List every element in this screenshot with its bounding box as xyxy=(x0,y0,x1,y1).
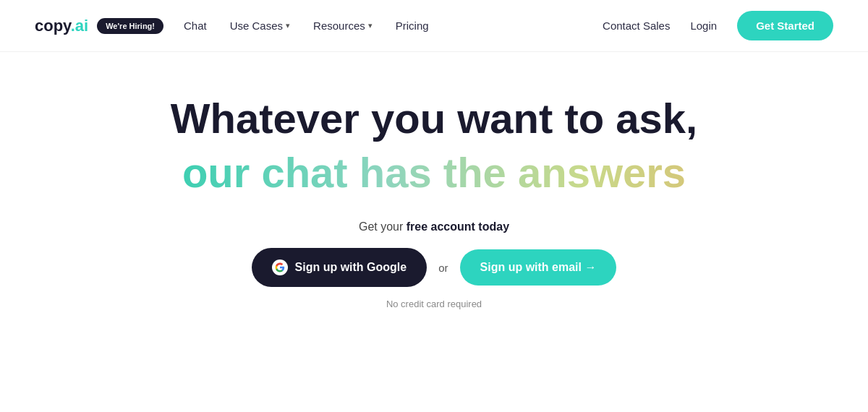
no-credit-card-text: No credit card required xyxy=(386,299,482,309)
nav-link-chat[interactable]: Chat xyxy=(184,20,207,32)
or-separator: or xyxy=(438,262,448,274)
sign-up-google-button[interactable]: Sign up with Google xyxy=(252,248,427,287)
chevron-down-icon: ▾ xyxy=(286,21,290,30)
nav-right: Contact Sales Login Get Started xyxy=(603,11,833,40)
free-account-bold: free account today xyxy=(407,220,509,233)
logo[interactable]: copy.ai xyxy=(35,17,88,35)
free-account-text: Get your free account today xyxy=(359,220,509,233)
cta-row: Sign up with Google or Sign up with emai… xyxy=(252,248,617,287)
nav-link-resources[interactable]: Resources ▾ xyxy=(313,20,373,32)
get-started-button[interactable]: Get Started xyxy=(737,11,833,40)
google-icon xyxy=(272,259,288,275)
google-btn-label: Sign up with Google xyxy=(295,261,407,274)
email-btn-label: Sign up with email → xyxy=(480,261,597,274)
nav-links: Chat Use Cases ▾ Resources ▾ Pricing xyxy=(184,20,603,32)
hero-section: Whatever you want to ask, our chat has t… xyxy=(0,52,868,338)
nav-link-use-cases[interactable]: Use Cases ▾ xyxy=(230,20,290,32)
hiring-badge[interactable]: We're Hiring! xyxy=(97,18,163,34)
navbar: copy.ai We're Hiring! Chat Use Cases ▾ R… xyxy=(0,0,868,52)
hero-subheadline: our chat has the answers xyxy=(182,147,686,198)
hero-headline: Whatever you want to ask, xyxy=(171,95,697,142)
hero-subheadline-text: our chat has the answers xyxy=(182,149,686,196)
nav-link-pricing[interactable]: Pricing xyxy=(396,20,429,32)
chevron-down-icon: ▾ xyxy=(368,21,373,30)
logo-text: copy.ai xyxy=(35,17,88,35)
contact-sales-link[interactable]: Contact Sales xyxy=(603,20,670,32)
login-link[interactable]: Login xyxy=(690,20,717,32)
sign-up-email-button[interactable]: Sign up with email → xyxy=(460,249,617,286)
